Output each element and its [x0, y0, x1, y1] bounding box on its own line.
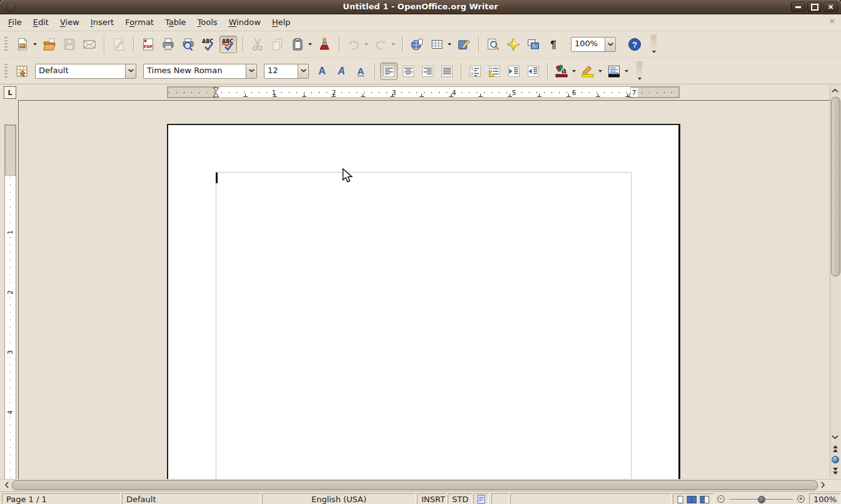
highlighting-dropdown[interactable] [597, 63, 603, 80]
page-preview-button[interactable] [179, 36, 197, 53]
new-document-icon [16, 38, 30, 52]
zoom-out-button[interactable]: − [717, 495, 725, 503]
book-view-button[interactable] [700, 495, 710, 504]
open-button[interactable] [41, 36, 58, 53]
zoom-combobox[interactable]: 100% [571, 37, 616, 52]
toolbar-grip[interactable] [4, 64, 8, 79]
document-page[interactable] [167, 124, 680, 479]
menu-table[interactable]: Table [159, 15, 192, 30]
vertical-scrollbar[interactable] [830, 85, 840, 476]
menu-view[interactable]: View [54, 15, 85, 30]
menu-edit[interactable]: Edit [28, 15, 54, 30]
horizontal-scroll-thumb[interactable] [12, 480, 818, 490]
align-right-button[interactable] [419, 63, 436, 80]
zoom-slider[interactable]: − + [715, 493, 807, 504]
single-page-view-button[interactable] [677, 495, 683, 504]
vertical-ruler[interactable]: 1234 [5, 125, 16, 479]
horizontal-scrollbar[interactable] [0, 479, 841, 490]
export-pdf-button[interactable]: PDF [139, 36, 157, 53]
zoom-dropdown[interactable] [605, 38, 615, 51]
status-language[interactable]: English (USA) [262, 493, 416, 504]
font-color-dropdown[interactable] [570, 63, 577, 80]
minimize-button[interactable] [791, 2, 805, 12]
help-button[interactable]: ? [626, 36, 643, 53]
next-page-button[interactable] [830, 466, 840, 476]
numbering-list-icon: 12 [468, 64, 483, 78]
insert-table-button[interactable] [428, 36, 446, 53]
navigation-button[interactable] [830, 455, 840, 465]
justify-button[interactable] [438, 63, 456, 80]
bold-button[interactable]: A [313, 63, 331, 80]
bullets-list-button[interactable] [486, 63, 503, 80]
status-zoom-value[interactable]: 100% [809, 493, 840, 504]
menu-format[interactable]: Format [119, 15, 159, 30]
scroll-right-button[interactable] [818, 480, 828, 489]
new-document-button[interactable] [14, 36, 31, 53]
menu-file[interactable]: File [3, 15, 28, 30]
multi-page-view-button[interactable] [687, 495, 697, 504]
find-replace-icon [486, 38, 501, 52]
chevron-down-icon [625, 70, 628, 73]
document-close-icon[interactable]: ✕ [829, 18, 835, 25]
menu-window[interactable]: Window [223, 15, 266, 30]
font-name-combobox[interactable]: Times New Roman [143, 64, 257, 79]
draw-functions-button[interactable] [455, 36, 473, 53]
status-document-modified[interactable] [473, 493, 489, 504]
maximize-button[interactable] [807, 2, 822, 12]
format-paintbrush-button[interactable] [316, 36, 333, 53]
navigator-button[interactable] [505, 36, 522, 53]
decrease-indent-button[interactable] [505, 63, 523, 80]
paragraph-style-combobox[interactable]: Default [35, 64, 136, 79]
insert-table-dropdown[interactable] [446, 36, 453, 53]
autospellcheck-button[interactable]: ABC [219, 36, 237, 53]
align-left-button[interactable] [380, 63, 398, 80]
status-insert-mode[interactable]: INSRT [417, 493, 446, 504]
scroll-up-button[interactable] [830, 86, 840, 95]
scroll-left-button[interactable] [2, 480, 11, 489]
font-size-value: 12 [264, 64, 298, 78]
numbering-list-button[interactable]: 12 [466, 63, 484, 80]
background-color-button[interactable] [605, 63, 623, 80]
nonprinting-characters-button[interactable]: ¶ [545, 36, 562, 53]
scroll-down-button[interactable] [830, 433, 840, 442]
highlighting-button[interactable] [579, 63, 597, 80]
styles-panel-button[interactable] [13, 63, 31, 80]
zoom-slider-knob[interactable] [758, 496, 765, 503]
underline-button[interactable]: A [352, 63, 370, 80]
vertical-scroll-thumb[interactable] [831, 97, 840, 276]
status-page-count[interactable]: Page 1 / 1 [2, 493, 121, 504]
zoom-in-button[interactable]: + [797, 495, 805, 503]
email-button[interactable] [81, 36, 98, 53]
print-button[interactable] [159, 36, 177, 53]
toolbar-overflow-button[interactable] [637, 61, 642, 81]
spellcheck-button[interactable]: ABC [199, 36, 217, 53]
font-size-dropdown[interactable] [298, 64, 308, 78]
italic-icon: A [335, 64, 349, 78]
menu-help[interactable]: Help [266, 15, 296, 30]
paste-dropdown[interactable] [306, 36, 313, 53]
tab-stop-selector[interactable]: L [4, 86, 16, 99]
font-size-combobox[interactable]: 12 [264, 64, 309, 79]
find-replace-button[interactable] [485, 36, 502, 53]
toolbar-overflow-button[interactable] [651, 34, 657, 54]
font-name-dropdown[interactable] [246, 64, 256, 78]
horizontal-ruler[interactable]: 1234567 [168, 87, 679, 98]
new-document-dropdown[interactable] [31, 36, 38, 53]
increase-indent-button[interactable] [525, 63, 542, 80]
status-selection-mode[interactable]: STD [448, 493, 472, 504]
menu-insert[interactable]: Insert [85, 15, 119, 30]
toolbar-grip[interactable] [4, 37, 8, 52]
font-color-button[interactable]: a [553, 63, 570, 80]
close-button[interactable]: ✕ [823, 2, 838, 12]
menu-tools[interactable]: Tools [192, 15, 223, 30]
left-indent-marker[interactable] [213, 87, 219, 100]
previous-page-button[interactable] [830, 443, 840, 453]
paragraph-style-dropdown[interactable] [125, 64, 136, 78]
align-center-button[interactable] [400, 63, 417, 80]
hyperlink-button[interactable] [408, 36, 426, 53]
background-color-dropdown[interactable] [623, 63, 630, 80]
italic-button[interactable]: A [333, 63, 350, 80]
status-page-style[interactable]: Default [122, 493, 261, 504]
paste-button[interactable] [289, 36, 306, 53]
gallery-button[interactable] [525, 36, 542, 53]
